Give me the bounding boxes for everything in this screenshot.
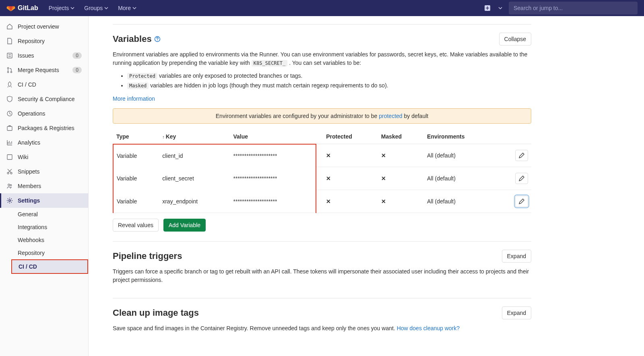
x-icon: ✕ (381, 198, 386, 205)
sidebar: Project overview Repository Issues0 Merg… (0, 16, 89, 356)
cleanup-help-link[interactable]: How does cleanup work? (397, 325, 460, 331)
sidebar-item-cicd[interactable]: CI / CD (0, 77, 88, 92)
chevron-down-icon[interactable] (497, 4, 504, 12)
gear-icon (6, 197, 13, 204)
sidebar-item-merge-requests[interactable]: Merge Requests0 (0, 63, 88, 77)
svg-point-2 (7, 67, 8, 68)
file-icon (6, 38, 13, 44)
triggers-desc: Triggers can force a specific branch or … (113, 267, 531, 284)
sidebar-item-overview[interactable]: Project overview (0, 19, 88, 34)
sidebar-item-repository[interactable]: Repository (0, 34, 88, 48)
subnav-cicd[interactable]: CI / CD (11, 259, 88, 274)
pipeline-triggers-section: Pipeline triggers Expand Triggers can fo… (113, 241, 531, 298)
x-icon: ✕ (326, 152, 331, 159)
svg-rect-7 (7, 155, 12, 159)
admin-alert: Environment variables are configured by … (113, 108, 531, 124)
chevron-down-icon (104, 6, 108, 10)
plus-icon[interactable] (483, 4, 492, 12)
merge-icon (6, 67, 13, 73)
protected-link[interactable]: protected (379, 113, 402, 119)
sidebar-item-wiki[interactable]: Wiki (0, 150, 88, 164)
top-nav: Projects Groups More (45, 2, 140, 14)
edit-button[interactable] (515, 173, 528, 184)
cleanup-title: Clean up image tags (113, 308, 199, 318)
variables-bullets: Protected variables are only exposed to … (113, 71, 531, 91)
sidebar-item-issues[interactable]: Issues0 (0, 48, 88, 63)
scissors-icon (6, 168, 13, 175)
col-type[interactable]: Type (113, 129, 159, 144)
sort-asc-icon: ↑ (162, 135, 165, 139)
svg-rect-6 (7, 126, 12, 130)
sidebar-item-packages[interactable]: Packages & Registries (0, 121, 88, 135)
nav-groups[interactable]: Groups (80, 2, 112, 14)
col-key[interactable]: ↑Key (159, 129, 230, 144)
col-environments[interactable]: Environments (424, 129, 498, 144)
x-icon: ✕ (381, 152, 386, 159)
variable-row: Variable client_secret *****************… (113, 167, 531, 190)
mr-count-badge: 0 (72, 67, 82, 73)
subnav-repository[interactable]: Repository (11, 246, 88, 259)
add-variable-button[interactable]: Add Variable (163, 219, 206, 232)
col-value[interactable]: Value (230, 129, 316, 144)
help-icon[interactable] (154, 36, 161, 42)
col-masked[interactable]: Masked (378, 129, 424, 144)
svg-rect-1 (7, 53, 12, 58)
sidebar-item-security[interactable]: Security & Compliance (0, 92, 88, 106)
pencil-icon (519, 176, 524, 181)
reveal-values-button[interactable]: Reveal values (113, 219, 159, 232)
sidebar-item-operations[interactable]: Operations (0, 106, 88, 121)
nav-more[interactable]: More (114, 2, 140, 14)
topbar-right (483, 2, 638, 14)
subnav-integrations[interactable]: Integrations (11, 221, 88, 234)
topbar: GitLab Projects Groups More (0, 0, 644, 16)
sidebar-item-analytics[interactable]: Analytics (0, 135, 88, 150)
shield-icon (6, 96, 13, 102)
logo[interactable]: GitLab (6, 4, 38, 12)
col-protected[interactable]: Protected (323, 129, 378, 144)
variable-row: Variable client_id ******************** … (113, 144, 531, 167)
x-icon: ✕ (326, 198, 331, 205)
variables-desc: Environment variables are applied to env… (113, 50, 531, 67)
x-icon: ✕ (381, 175, 386, 182)
issues-count-badge: 0 (72, 52, 82, 59)
sidebar-item-snippets[interactable]: Snippets (0, 164, 88, 179)
svg-point-11 (10, 184, 12, 186)
nav-projects[interactable]: Projects (45, 2, 79, 14)
edit-button[interactable] (515, 196, 528, 207)
issues-icon (6, 52, 13, 59)
svg-point-3 (7, 71, 8, 72)
more-info-link[interactable]: More information (113, 95, 155, 102)
book-icon (6, 154, 13, 160)
variable-row: Variable xray_endpoint *****************… (113, 190, 531, 213)
triggers-title: Pipeline triggers (113, 251, 182, 261)
x-icon: ✕ (326, 175, 331, 182)
collapse-button[interactable]: Collapse (499, 33, 531, 46)
search-input[interactable] (509, 2, 638, 14)
chart-icon (6, 139, 13, 146)
svg-point-12 (9, 200, 10, 201)
expand-button[interactable]: Expand (502, 306, 531, 319)
rocket-icon (6, 81, 13, 88)
operations-icon (6, 110, 13, 117)
cleanup-section: Clean up image tags Expand Save space an… (113, 298, 531, 346)
pencil-icon (519, 153, 524, 158)
variables-section: Variables Collapse Environment variables… (113, 24, 531, 241)
svg-point-10 (8, 184, 10, 186)
svg-point-8 (7, 172, 9, 174)
sidebar-item-members[interactable]: Members (0, 179, 88, 193)
chevron-down-icon (70, 6, 74, 10)
home-icon (6, 23, 13, 30)
variables-title: Variables (113, 34, 161, 44)
expand-button[interactable]: Expand (502, 250, 531, 263)
subnav-webhooks[interactable]: Webhooks (11, 234, 88, 246)
svg-point-4 (10, 71, 12, 72)
members-icon (6, 183, 13, 189)
main-content: Variables Collapse Environment variables… (89, 16, 555, 356)
gitlab-logo-icon (6, 4, 15, 12)
brand-text: GitLab (18, 4, 38, 12)
edit-button[interactable] (515, 150, 528, 161)
sidebar-item-settings[interactable]: Settings (0, 193, 88, 208)
package-icon (6, 125, 13, 131)
pencil-icon (519, 199, 524, 204)
subnav-general[interactable]: General (11, 208, 88, 221)
